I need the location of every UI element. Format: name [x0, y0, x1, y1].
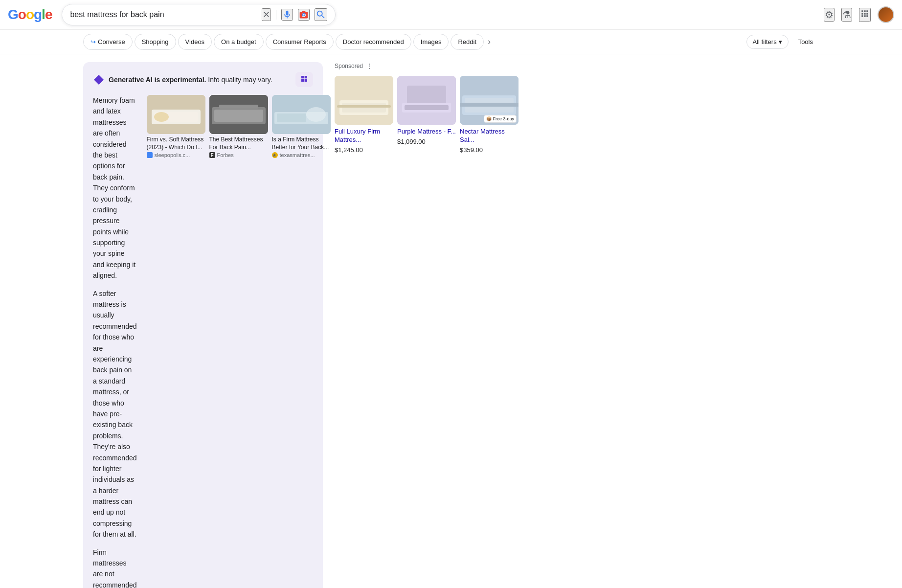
ai-paragraph-2: A softer mattress is usually recommended… — [93, 288, 137, 540]
ai-image-card-3[interactable]: Is a Firm Mattress Better for Your Back.… — [272, 95, 331, 588]
product-image-1 — [335, 76, 393, 125]
apps-button[interactable] — [859, 8, 871, 22]
svg-point-0 — [303, 14, 305, 16]
ai-title: Generative AI is experimental. Info qual… — [109, 76, 272, 84]
ai-images: Firm vs. Soft Mattress (2023) - Which Do… — [147, 95, 331, 588]
ai-image-3 — [272, 95, 331, 134]
right-products: Full Luxury Firm Mattres... $1,245.00 Pu… — [335, 76, 890, 154]
ai-text: Memory foam and latex mattresses are oft… — [93, 95, 137, 588]
product-card-2[interactable]: Purple Mattress - F... $1,099.00 — [397, 76, 456, 154]
source-favicon-1 — [147, 152, 153, 158]
search-tabs: ↪ Converse Shopping Videos On a budget C… — [0, 30, 902, 54]
ai-header: Generative AI is experimental. Info qual… — [93, 72, 313, 87]
lens-button[interactable] — [298, 9, 310, 21]
source-favicon-3: ★ — [272, 152, 278, 158]
search-button[interactable] — [315, 8, 327, 21]
product-price-3: $359.00 — [460, 146, 519, 154]
svg-rect-8 — [219, 105, 258, 109]
tab-images[interactable]: Images — [413, 34, 449, 50]
ai-image-caption-3: Is a Firm Mattress Better for Your Back.… — [272, 136, 331, 151]
ai-image-1 — [147, 95, 205, 134]
right-sponsored-more[interactable]: ⋮ — [366, 62, 373, 70]
tools-button[interactable]: Tools — [792, 35, 819, 48]
tab-doctor-recommended[interactable]: Doctor recommended — [336, 34, 411, 50]
clear-button[interactable]: ✕ — [262, 8, 271, 21]
product-name-1: Full Luxury Firm Mattres... — [335, 128, 393, 144]
tabs-next-arrow[interactable]: › — [488, 37, 491, 47]
svg-point-4 — [154, 112, 169, 122]
left-column: Generative AI is experimental. Info qual… — [0, 54, 323, 588]
labs-button[interactable]: ⚗ — [841, 8, 852, 22]
avatar[interactable] — [878, 6, 894, 23]
ai-image-caption-1: Firm vs. Soft Mattress (2023) - Which Do… — [147, 136, 205, 151]
header-right: ⚙ ⚗ — [824, 6, 894, 23]
ai-image-card-2[interactable]: The Best Mattresses For Back Pain... F F… — [209, 95, 268, 588]
svg-rect-7 — [214, 110, 263, 122]
right-sponsored-header: Sponsored ⋮ — [335, 62, 890, 70]
tab-on-a-budget[interactable]: On a budget — [214, 34, 264, 50]
product-image-2 — [397, 76, 456, 125]
product-card-1[interactable]: Full Luxury Firm Mattres... $1,245.00 — [335, 76, 393, 154]
tab-shopping[interactable]: Shopping — [135, 34, 176, 50]
product-price-1: $1,245.00 — [335, 146, 393, 154]
product-card-3[interactable]: 📦 Free 3-day Nectar Mattress Sal... $359… — [460, 76, 519, 154]
product-price-2: $1,099.00 — [397, 138, 456, 145]
tab-consumer-reports[interactable]: Consumer Reports — [266, 34, 334, 50]
search-icons: ✕ — [262, 8, 327, 21]
ai-image-source-3: ★ texasmattres... — [272, 152, 331, 158]
ai-image-2 — [209, 95, 268, 134]
ai-image-source-1: sleepopolis.c... — [147, 152, 205, 158]
product-image-3: 📦 Free 3-day — [460, 76, 519, 125]
google-logo[interactable]: Google — [8, 7, 52, 23]
ai-image-card-1[interactable]: Firm vs. Soft Mattress (2023) - Which Do… — [147, 95, 205, 588]
settings-button[interactable]: ⚙ — [824, 8, 834, 22]
ai-box: Generative AI is experimental. Info qual… — [83, 62, 323, 588]
search-bar: ✕ — [62, 4, 336, 25]
ai-content: Memory foam and latex mattresses are oft… — [93, 95, 313, 588]
tab-videos[interactable]: Videos — [178, 34, 212, 50]
header: Google ✕ ⚙ ⚗ — [0, 0, 902, 30]
ai-diamond-icon — [93, 74, 105, 86]
tab-converse[interactable]: ↪ Converse — [83, 34, 133, 50]
svg-rect-12 — [277, 113, 306, 122]
source-favicon-2: F — [209, 152, 215, 158]
product-name-2: Purple Mattress - F... — [397, 128, 456, 136]
ai-image-caption-2: The Best Mattresses For Back Pain... — [209, 136, 268, 151]
product-badge-3: 📦 Free 3-day — [484, 115, 517, 123]
svg-rect-24 — [405, 105, 449, 110]
tab-reddit[interactable]: Reddit — [451, 34, 484, 50]
svg-rect-28 — [460, 103, 519, 107]
content-area: Generative AI is experimental. Info qual… — [0, 54, 902, 588]
right-column: Sponsored ⋮ Full Luxury Firm Mattres... — [323, 54, 902, 588]
right-sponsored: Sponsored ⋮ Full Luxury Firm Mattres... — [335, 62, 890, 154]
product-name-3: Nectar Mattress Sal... — [460, 128, 519, 144]
all-filters-button[interactable]: All filters ▾ — [746, 35, 789, 49]
chevron-down-icon: ▾ — [779, 38, 782, 45]
mic-button[interactable] — [281, 9, 293, 21]
tab-filters: All filters ▾ Tools — [746, 35, 819, 49]
ai-paragraph-1: Memory foam and latex mattresses are oft… — [93, 95, 137, 281]
right-sponsored-label: Sponsored — [335, 63, 363, 69]
svg-rect-20 — [337, 105, 391, 108]
ai-grid-button[interactable] — [295, 72, 313, 87]
ai-paragraph-3: Firm mattresses are not recommended if y… — [93, 547, 137, 588]
ai-image-source-2: F Forbes — [209, 152, 268, 158]
search-input[interactable] — [70, 10, 258, 19]
